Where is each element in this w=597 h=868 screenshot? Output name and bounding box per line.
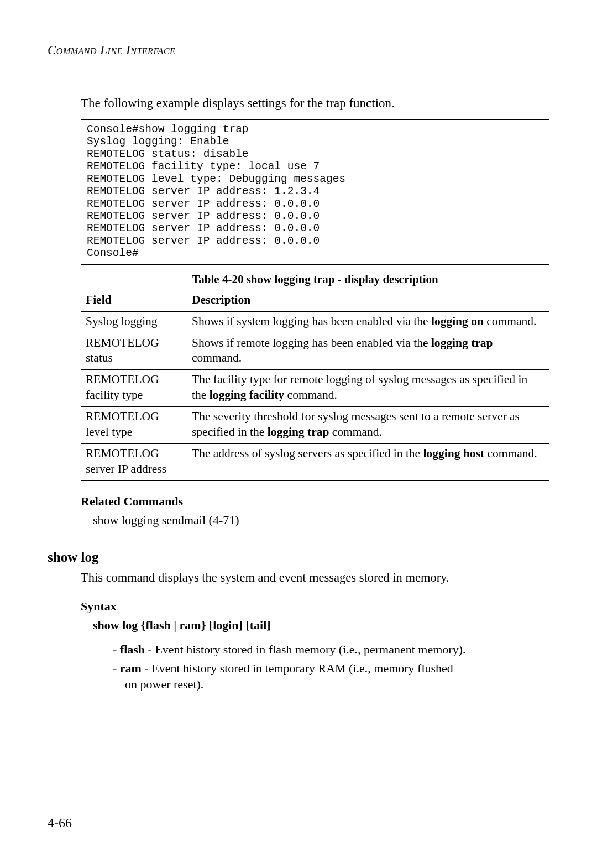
table-row: REMOTELOG statusShows if remote logging … [81,333,549,370]
table-row: REMOTELOG facility typeThe facility type… [81,370,549,407]
table-cell-field: REMOTELOG facility type [81,370,187,407]
related-command-item: show logging sendmail (4-71) [93,513,549,527]
table-cell-description: Shows if system logging has been enabled… [187,311,549,333]
table-cell-field: REMOTELOG server IP address [81,444,187,481]
list-item: - ram - Event history stored in temporar… [113,660,468,693]
description-table: Field Description Syslog loggingShows if… [81,290,549,481]
table-cell-field: REMOTELOG level type [81,407,187,444]
table-cell-description: The severity threshold for syslog messag… [187,407,549,444]
related-commands-heading: Related Commands [81,494,549,509]
list-item: - flash - Event history stored in flash … [113,641,468,658]
table-cell-field: Syslog logging [81,311,187,333]
running-head: Command Line Interface [48,43,549,57]
table-cell-description: The address of syslog servers as specifi… [187,444,549,481]
table-cell-description: Shows if remote logging has been enabled… [187,333,549,370]
table-cell-field: REMOTELOG status [81,333,187,370]
table-cell-description: The facility type for remote logging of … [187,370,549,407]
syntax-options-list: - flash - Event history stored in flash … [113,641,549,693]
th-description: Description [187,290,549,311]
console-output: Console#show logging trap Syslog logging… [81,119,549,265]
table-caption: Table 4-20 show logging trap - display d… [81,273,549,286]
syntax-heading: Syntax [81,599,549,614]
syntax-line: show log {flash | ram} [login] [tail] [93,618,549,632]
th-field: Field [81,290,187,311]
command-title: show log [48,550,549,565]
table-row: Syslog loggingShows if system logging ha… [81,311,549,333]
command-description: This command displays the system and eve… [81,571,549,585]
intro-text: The following example displays settings … [81,96,549,111]
page-number: 4-66 [48,815,72,830]
table-row: REMOTELOG level typeThe severity thresho… [81,407,549,444]
table-row: REMOTELOG server IP addressThe address o… [81,444,549,481]
